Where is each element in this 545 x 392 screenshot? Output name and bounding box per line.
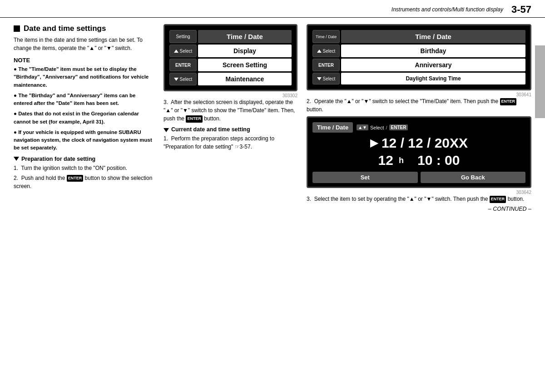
time-date-header: Time / Date bbox=[198, 30, 292, 43]
page-container: Instruments and controls/Multi function … bbox=[0, 0, 545, 392]
prep-step-2: 2. Push and hold the ENTER button to sho… bbox=[14, 174, 154, 190]
middle-column: Setting Time / Date Select Display ENTER… bbox=[164, 24, 297, 212]
section-square-icon bbox=[14, 25, 20, 32]
enter-btn: ENTER bbox=[169, 59, 197, 71]
go-back-btn[interactable]: Go Back bbox=[421, 172, 526, 183]
curr-triangle-icon bbox=[164, 128, 169, 132]
arrow-right-icon: ▶ bbox=[370, 137, 378, 149]
triangle-up-icon bbox=[174, 50, 178, 53]
screen-code-2: 303641 bbox=[307, 92, 531, 97]
screen-mockup-3: Time / Date ▲▼ Select / ENTER ▶ 12 / 12 … bbox=[307, 116, 531, 188]
continued-text: – CONTINUED – bbox=[307, 206, 531, 212]
screen2-row-anniversary: ENTER Anniversary bbox=[312, 59, 525, 71]
screen3-bottom-btns: Set Go Back bbox=[312, 172, 525, 183]
prep-heading: Preparation for date setting bbox=[14, 156, 154, 162]
up-down-icon: ▲▼ bbox=[357, 124, 368, 130]
curr-date-heading: Current date and time setting bbox=[164, 126, 297, 133]
screen3-time-hour: 12 bbox=[378, 153, 393, 168]
left-column: Date and time settings The items in the … bbox=[14, 24, 154, 212]
screen3-enter-label: ENTER bbox=[389, 124, 408, 130]
prep-step-1: 1. Turn the ignition switch to the "ON" … bbox=[14, 164, 154, 172]
screen-row-maintenance: Select Maintenance bbox=[169, 73, 292, 85]
screen2-row-daylight: Select Daylight Saving Time bbox=[312, 73, 525, 84]
screen3-title: Time / Date bbox=[312, 122, 353, 133]
screen2-down-select: Select bbox=[312, 73, 340, 84]
content-area: Date and time settings The items in the … bbox=[0, 18, 545, 217]
note-item-2: ● The "Birthday" and "Anniversary" items… bbox=[14, 92, 154, 108]
note-item-3: ● Dates that do not exist in the Gregori… bbox=[14, 110, 154, 126]
up-select-btn: Select bbox=[169, 45, 197, 57]
screen3-date: 12 / 12 / 20XX bbox=[382, 135, 468, 151]
daylight-item: Daylight Saving Time bbox=[341, 73, 525, 84]
section-intro: The items in the date and time settings … bbox=[14, 36, 154, 52]
right-step2: 2. Operate the "▲" or "▼" switch to sele… bbox=[307, 97, 531, 114]
screen-row-screen-setting: ENTER Screen Setting bbox=[169, 59, 292, 71]
header-title: Instruments and controls/Multi function … bbox=[391, 6, 503, 13]
birthday-item: Birthday bbox=[341, 45, 525, 57]
display-item: Display bbox=[198, 45, 292, 57]
screen3-time-row: 12 h 10 : 00 bbox=[312, 153, 525, 168]
set-btn[interactable]: Set bbox=[312, 172, 418, 183]
screen2-triangle-up bbox=[317, 50, 322, 53]
screen2-time-date-header: Time / Date bbox=[341, 30, 525, 43]
page-header: Instruments and controls/Multi function … bbox=[0, 0, 545, 18]
screen-code-3: 303642 bbox=[307, 190, 531, 195]
curr-step1-text: 1. Perform the preparation steps accordi… bbox=[164, 134, 297, 151]
right-step3: 3. Select the item to set by operating t… bbox=[307, 195, 531, 203]
enter-inline-mid: ENTER bbox=[186, 115, 203, 123]
enter-inline-r2: ENTER bbox=[500, 98, 517, 105]
note-item-1: ● The "Time/Date" item must be set to di… bbox=[14, 65, 154, 89]
screen-row-display: Select Display bbox=[169, 45, 292, 57]
step3-mid-text: 3. After the selection screen is display… bbox=[164, 98, 297, 123]
select-label: Select bbox=[370, 125, 384, 130]
down-select-btn: Select bbox=[169, 73, 197, 85]
screen-mockup-2: Time / Date Time / Date Select Birthday … bbox=[307, 24, 531, 90]
screen3-select-enter: ▲▼ Select / ENTER bbox=[357, 124, 408, 130]
screen-setting-item: Screen Setting bbox=[198, 59, 292, 71]
section-heading: Date and time settings bbox=[14, 24, 154, 33]
maintenance-item: Maintenance bbox=[198, 73, 292, 85]
screen2-enter-btn: ENTER bbox=[312, 59, 340, 71]
screen3-time-min: 10 : 00 bbox=[417, 153, 460, 168]
screen-mockup-1: Setting Time / Date Select Display ENTER… bbox=[164, 24, 297, 91]
triangle-icon bbox=[14, 157, 19, 161]
page-number: 3-57 bbox=[511, 4, 531, 15]
sidebar-gray bbox=[535, 45, 545, 118]
section-title: Date and time settings bbox=[24, 24, 106, 33]
screen2-row-birthday: Select Birthday bbox=[312, 45, 525, 57]
enter-button-inline: ENTER bbox=[67, 175, 84, 182]
anniversary-item: Anniversary bbox=[341, 59, 525, 71]
note-heading: NOTE bbox=[14, 57, 154, 64]
triangle-down-icon bbox=[174, 78, 178, 81]
enter-inline-r3: ENTER bbox=[490, 196, 506, 203]
screen2-triangle-down bbox=[317, 77, 322, 80]
screen3-title-row: Time / Date ▲▼ Select / ENTER bbox=[312, 122, 525, 133]
screen2-up-select: Select bbox=[312, 45, 340, 57]
screen-code-1: 303302 bbox=[164, 93, 297, 98]
screen-row-header: Setting Time / Date bbox=[169, 30, 292, 43]
note-item-4: ● If your vehicle is equipped with genui… bbox=[14, 129, 154, 152]
screen2-timedate-label: Time / Date bbox=[312, 30, 340, 43]
right-column: Time / Date Time / Date Select Birthday … bbox=[307, 24, 531, 212]
screen2-row-header: Time / Date Time / Date bbox=[312, 30, 525, 43]
screen3-date-row: ▶ 12 / 12 / 20XX bbox=[312, 135, 525, 151]
setting-label: Setting bbox=[169, 30, 197, 43]
